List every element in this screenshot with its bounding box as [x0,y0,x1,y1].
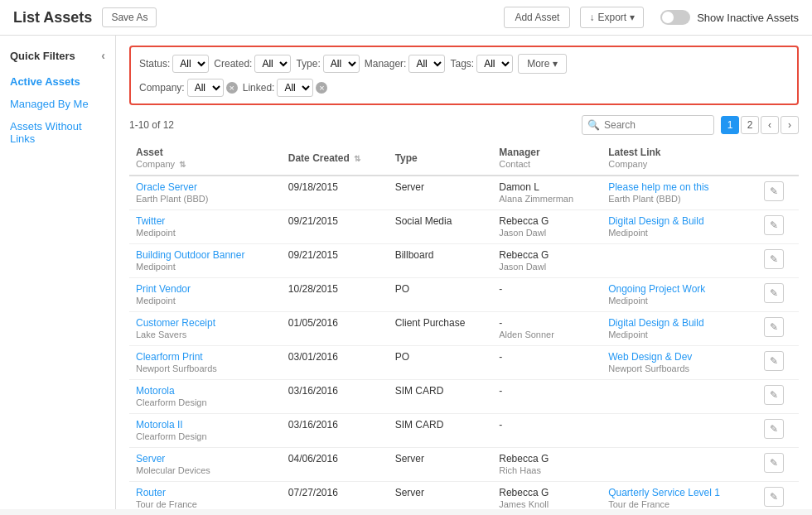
edit-button-9[interactable]: ✎ [764,487,784,507]
edit-button-4[interactable]: ✎ [764,317,784,337]
edit-button-8[interactable]: ✎ [764,453,784,473]
filter-bar: Status: All Created: All Type: All Manag… [129,46,799,105]
cell-manager-7: - [492,414,602,448]
inactive-assets-label: Show Inactive Assets [697,12,799,24]
edit-button-7[interactable]: ✎ [764,419,784,439]
cell-link-5: Web Design & Dev Newport Surfboards [602,346,757,380]
asset-name-link-3[interactable]: Print Vendor [136,283,191,295]
top-pagination: 1 2 ‹ › [721,116,799,134]
page-title: List Assets [13,9,92,26]
more-filters-button[interactable]: More ▾ [518,54,567,74]
tags-select[interactable]: All [476,55,513,73]
asset-company-7: Clearform Design [136,431,207,441]
status-select[interactable]: All [172,55,209,73]
latest-link-4[interactable]: Digital Design & Build [608,317,703,329]
type-select[interactable]: All [323,55,360,73]
add-asset-button[interactable]: Add Asset [504,7,570,28]
next-page-btn[interactable]: › [781,116,799,134]
col-asset: AssetCompany ⇅ [129,142,282,176]
col-date-created: Date Created ⇅ [282,142,389,176]
asset-name-link-7[interactable]: Motorola II [136,419,183,431]
asset-name-link-9[interactable]: Router [136,487,166,498]
sort-date-icon[interactable]: ⇅ [354,154,360,163]
cell-type-3: PO [389,278,493,312]
cell-date-9: 07/27/2016 [282,482,389,510]
company-select[interactable]: All [187,79,224,97]
chevron-down-icon: ▾ [630,12,635,23]
sidebar-header: Quick Filters ‹ [0,46,115,70]
latest-link-1[interactable]: Digital Design & Build [608,215,703,227]
cell-link-7 [602,414,757,448]
linked-filter-remove[interactable]: × [316,82,327,94]
manager-select[interactable]: All [408,55,445,73]
asset-company-8: Molecular Devices [136,465,210,475]
asset-name-link-2[interactable]: Building Outdoor Banner [136,249,244,261]
cell-type-4: Client Purchase [389,312,493,346]
cell-asset-9: Router Tour de France [129,482,282,510]
sidebar-collapse-icon[interactable]: ‹ [101,49,105,62]
cell-asset-4: Customer Receipt Lake Savers [129,312,282,346]
top-actions-row: 1-10 of 12 🔍 1 2 ‹ › [129,115,799,135]
top-bar: List Assets Save As Add Asset ↓ Export ▾… [0,0,812,36]
latest-link-0[interactable]: Please help me on this [608,181,708,193]
cell-date-3: 10/28/2015 [282,278,389,312]
latest-link-5[interactable]: Web Design & Dev [608,351,692,363]
save-as-button[interactable]: Save As [102,7,157,27]
company-filter-remove[interactable]: × [226,82,238,94]
asset-company-3: Medipoint [136,296,176,306]
search-input[interactable] [582,115,714,135]
edit-button-2[interactable]: ✎ [764,249,784,269]
cell-type-8: Server [389,448,493,482]
status-filter: Status: All [139,55,209,73]
table-row: Clearform Print Newport Surfboards 03/01… [129,346,799,380]
asset-name-link-4[interactable]: Customer Receipt [136,317,215,329]
edit-button-1[interactable]: ✎ [764,215,784,235]
asset-name-link-1[interactable]: Twitter [136,215,165,227]
cell-type-2: Billboard [389,244,493,278]
edit-button-5[interactable]: ✎ [764,351,784,371]
asset-company-0: Earth Plant (BBD) [136,194,208,204]
cell-manager-6: - [492,380,602,414]
linked-select[interactable]: All [277,79,313,97]
export-button[interactable]: ↓ Export ▾ [580,7,644,28]
cell-date-4: 01/05/2016 [282,312,389,346]
cell-manager-9: Rebecca GJames Knoll [492,482,602,510]
cell-date-6: 03/16/2016 [282,380,389,414]
edit-button-3[interactable]: ✎ [764,283,784,303]
prev-page-btn[interactable]: ‹ [761,116,779,134]
latest-link-3[interactable]: Ongoing Project Work [608,283,705,295]
table-row: Server Molecular Devices 04/06/2016 Serv… [129,448,799,482]
created-filter: Created: All [214,55,291,73]
download-icon: ↓ [589,12,594,23]
asset-name-link-0[interactable]: Oracle Server [136,181,197,193]
sidebar-item-assets-without-links[interactable]: Assets Without Links [0,115,115,150]
page-2-btn[interactable]: 2 [741,116,759,134]
sidebar-item-active-assets[interactable]: Active Assets [0,70,115,93]
filter-row-1: Status: All Created: All Type: All Manag… [139,54,789,74]
table-row: Motorola Clearform Design 03/16/2016 SIM… [129,380,799,414]
sort-asset-icon[interactable]: ⇅ [179,160,186,169]
inactive-assets-toggle[interactable] [660,10,690,25]
tags-filter: Tags: All [450,55,513,73]
cell-manager-8: Rebecca GRich Haas [492,448,602,482]
cell-asset-7: Motorola II Clearform Design [129,414,282,448]
table-row: Print Vendor Medipoint 10/28/2015 PO - O… [129,278,799,312]
cell-link-4: Digital Design & Build Medipoint [602,312,757,346]
cell-asset-0: Oracle Server Earth Plant (BBD) [129,176,282,210]
latest-link-9[interactable]: Quarterly Service Level 1 [608,487,720,498]
cell-date-1: 09/21/2015 [282,210,389,244]
type-filter: Type: All [296,55,359,73]
edit-button-6[interactable]: ✎ [764,385,784,405]
sidebar-item-managed-by-me[interactable]: Managed By Me [0,93,115,115]
cell-date-5: 03/01/2016 [282,346,389,380]
edit-button-0[interactable]: ✎ [764,181,784,201]
asset-name-link-6[interactable]: Motorola [136,385,175,397]
table-header: AssetCompany ⇅ Date Created ⇅ Type Manag… [129,142,799,176]
created-select[interactable]: All [254,55,291,73]
cell-type-1: Social Media [389,210,493,244]
cell-edit-6: ✎ [757,380,799,414]
asset-name-link-5[interactable]: Clearform Print [136,351,203,363]
cell-date-7: 03/16/2016 [282,414,389,448]
page-1-btn[interactable]: 1 [721,116,739,134]
asset-name-link-8[interactable]: Server [136,453,165,464]
